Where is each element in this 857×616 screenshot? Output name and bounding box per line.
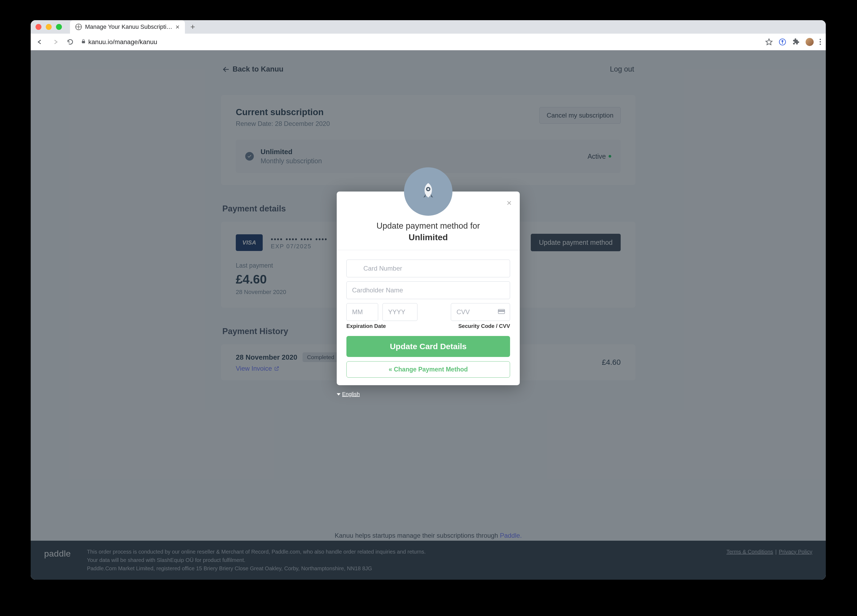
- language-label: English: [342, 391, 360, 397]
- rocket-icon: [404, 167, 452, 216]
- url-text: kanuu.io/manage/kanuu: [88, 38, 157, 46]
- url-field[interactable]: kanuu.io/manage/kanuu: [81, 38, 759, 46]
- cvv-label: Security Code / CVV: [458, 323, 510, 329]
- svg-rect-9: [498, 310, 505, 312]
- close-icon[interactable]: ×: [507, 198, 512, 208]
- modal-subtitle: Unlimited: [337, 232, 520, 250]
- browser-tab[interactable]: Manage Your Kanuu Subscripti… ×: [70, 20, 185, 34]
- menu-icon[interactable]: [820, 39, 821, 45]
- window-controls: [36, 24, 62, 30]
- tab-title: Manage Your Kanuu Subscripti…: [85, 23, 172, 30]
- card-number-input[interactable]: [347, 259, 510, 277]
- cardholder-name-input[interactable]: [347, 281, 510, 299]
- language-selector[interactable]: English: [337, 391, 360, 397]
- maximize-window-icon[interactable]: [56, 24, 62, 30]
- tab-bar: Manage Your Kanuu Subscripti… × +: [31, 20, 826, 34]
- expiry-month-input[interactable]: [347, 303, 378, 321]
- modal-title: Update payment method for: [337, 221, 520, 231]
- svg-point-5: [427, 188, 429, 190]
- card-back-icon: [498, 309, 505, 315]
- close-window-icon[interactable]: [36, 24, 42, 30]
- star-icon[interactable]: [765, 38, 773, 46]
- url-bar: kanuu.io/manage/kanuu: [31, 34, 826, 50]
- expiry-year-input[interactable]: [382, 303, 418, 321]
- lock-icon: [81, 38, 86, 46]
- expiry-label: Expiration Date: [347, 323, 386, 329]
- password-manager-icon[interactable]: [779, 38, 786, 46]
- update-payment-modal: × Update payment method for Unlimited: [337, 191, 520, 385]
- back-arrow-icon[interactable]: [36, 37, 45, 46]
- forward-arrow-icon: [51, 37, 60, 46]
- update-card-details-button[interactable]: Update Card Details: [347, 336, 510, 357]
- profile-avatar[interactable]: [806, 38, 814, 46]
- svg-rect-0: [82, 41, 85, 43]
- globe-icon: [75, 24, 82, 30]
- change-payment-method-button[interactable]: « Change Payment Method: [347, 361, 510, 378]
- reload-icon[interactable]: [66, 37, 75, 46]
- minimize-window-icon[interactable]: [46, 24, 52, 30]
- extensions-icon[interactable]: [792, 38, 800, 46]
- svg-rect-3: [782, 42, 783, 43]
- new-tab-button[interactable]: +: [190, 22, 195, 31]
- tab-close-icon[interactable]: ×: [175, 23, 179, 31]
- chevron-down-icon: [337, 392, 340, 396]
